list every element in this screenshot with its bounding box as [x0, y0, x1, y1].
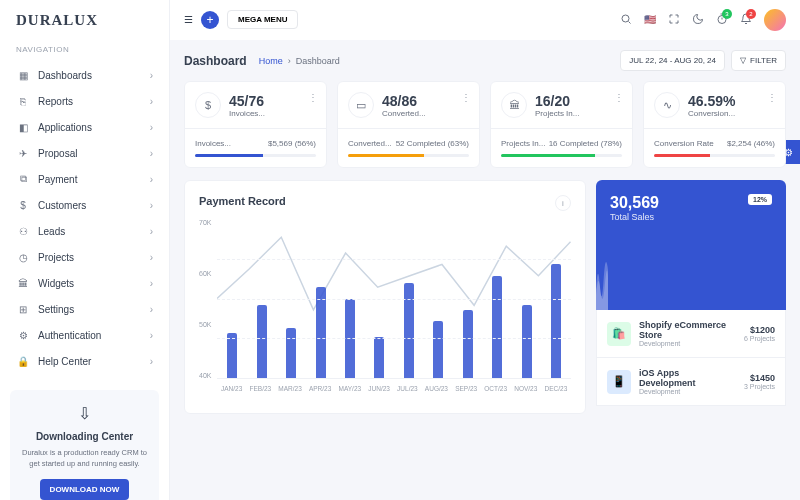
chevron-right-icon: ›: [150, 278, 153, 289]
nav-icon: ⚙: [16, 328, 30, 342]
sidebar-item-settings[interactable]: ⊞Settings›: [0, 296, 169, 322]
stat-label: Conversion...: [688, 109, 735, 118]
sales-label: Total Sales: [610, 212, 772, 222]
stat-label: Invoices...: [229, 109, 265, 118]
download-center: ⇩ Downloading Center Duralux is a produc…: [10, 390, 159, 500]
total-sales-card: 12% 30,569 Total Sales 🛍️Shopify eCommer…: [596, 180, 786, 414]
stat-label: Converted...: [382, 109, 426, 118]
chevron-right-icon: ›: [150, 96, 153, 107]
stat-value: 16/20: [535, 93, 579, 109]
chevron-right-icon: ›: [150, 304, 153, 315]
info-icon[interactable]: i: [555, 195, 571, 211]
sidebar-item-leads[interactable]: ⚇Leads›: [0, 218, 169, 244]
svg-point-0: [622, 15, 629, 22]
nav-icon: 🏛: [16, 276, 30, 290]
chevron-right-icon: ›: [150, 70, 153, 81]
sidebar-item-authentication[interactable]: ⚙Authentication›: [0, 322, 169, 348]
nav-icon: ⎘: [16, 94, 30, 108]
project-row-0[interactable]: 🛍️Shopify eCommerce StoreDevelopment$120…: [596, 310, 786, 358]
nav-icon: ◧: [16, 120, 30, 134]
bar: [463, 310, 473, 378]
chevron-right-icon: ›: [150, 148, 153, 159]
stat-value: 46.59%: [688, 93, 735, 109]
chevron-right-icon: ›: [150, 252, 153, 263]
timer-icon[interactable]: 3: [716, 13, 728, 27]
fullscreen-icon[interactable]: [668, 13, 680, 27]
chevron-right-icon: ›: [150, 356, 153, 367]
bar: [551, 264, 561, 378]
nav-icon: ✈: [16, 146, 30, 160]
nav-icon: $: [16, 198, 30, 212]
more-icon[interactable]: ⋮: [308, 92, 318, 103]
sidebar-item-applications[interactable]: ◧Applications›: [0, 114, 169, 140]
nav-section-title: NAVIGATION: [0, 45, 169, 62]
sales-pct-badge: 12%: [748, 194, 772, 205]
project-row-1[interactable]: 📱iOS Apps DevelopmentDevelopment$14503 P…: [596, 358, 786, 406]
chevron-right-icon: ›: [150, 200, 153, 211]
sidebar-item-help-center[interactable]: 🔒Help Center›: [0, 348, 169, 374]
bar: [316, 287, 326, 378]
topbar: ☰ + MEGA MENU 🇺🇸 3 2: [170, 0, 800, 40]
stat-value: 48/86: [382, 93, 426, 109]
bar: [433, 321, 443, 378]
sidebar-item-projects[interactable]: ◷Projects›: [0, 244, 169, 270]
date-range-button[interactable]: JUL 22, 24 - AUG 20, 24: [620, 50, 725, 71]
more-icon[interactable]: ⋮: [461, 92, 471, 103]
nav-icon: ◷: [16, 250, 30, 264]
add-button[interactable]: +: [201, 11, 219, 29]
bar: [492, 276, 502, 378]
download-title: Downloading Center: [20, 431, 149, 442]
stat-label: Projects In...: [535, 109, 579, 118]
sidebar-item-dashboards[interactable]: ▦Dashboards›: [0, 62, 169, 88]
theme-icon[interactable]: [692, 13, 704, 27]
sidebar-item-proposal[interactable]: ✈Proposal›: [0, 140, 169, 166]
stat-card-1: ⋮▭48/86Converted...Converted...52 Comple…: [337, 81, 480, 168]
flag-icon[interactable]: 🇺🇸: [644, 14, 656, 25]
bar: [374, 337, 384, 378]
nav-icon: ⧉: [16, 172, 30, 186]
payment-record-card: i Payment Record 70K60K50K40K JAN/23FEB/…: [184, 180, 586, 414]
download-icon: ⇩: [20, 404, 149, 423]
user-avatar[interactable]: [764, 9, 786, 31]
page-title: Dashboard: [184, 54, 247, 68]
bar: [404, 283, 414, 378]
stat-icon: ▭: [348, 92, 374, 118]
stat-icon: $: [195, 92, 221, 118]
nav-icon: ⚇: [16, 224, 30, 238]
chevron-right-icon: ›: [150, 226, 153, 237]
stat-card-2: ⋮🏛16/20Projects In...Projects In...16 Co…: [490, 81, 633, 168]
sidebar-item-reports[interactable]: ⎘Reports›: [0, 88, 169, 114]
stat-value: 45/76: [229, 93, 265, 109]
brand-logo: DURALUX: [0, 12, 169, 45]
bar: [522, 305, 532, 378]
sidebar-item-widgets[interactable]: 🏛Widgets›: [0, 270, 169, 296]
bar: [286, 328, 296, 378]
chart-title: Payment Record: [199, 195, 571, 207]
stat-card-0: ⋮$45/76Invoices...Invoices...$5,569 (56%…: [184, 81, 327, 168]
chevron-right-icon: ›: [150, 122, 153, 133]
nav-icon: 🔒: [16, 354, 30, 368]
chevron-right-icon: ›: [150, 330, 153, 341]
bar: [227, 333, 237, 378]
stat-icon: ∿: [654, 92, 680, 118]
bell-icon[interactable]: 2: [740, 13, 752, 27]
download-desc: Duralux is a production ready CRM to get…: [20, 448, 149, 469]
nav-icon: ▦: [16, 68, 30, 82]
filter-button[interactable]: ▽ FILTER: [731, 50, 786, 71]
bar: [257, 305, 267, 378]
breadcrumb: Home › Dashboard: [259, 56, 340, 66]
download-button[interactable]: DOWNLOAD NOW: [40, 479, 130, 500]
stat-icon: 🏛: [501, 92, 527, 118]
search-icon[interactable]: [620, 13, 632, 27]
nav-icon: ⊞: [16, 302, 30, 316]
project-icon: 🛍️: [607, 322, 631, 346]
more-icon[interactable]: ⋮: [614, 92, 624, 103]
chevron-right-icon: ›: [150, 174, 153, 185]
more-icon[interactable]: ⋮: [767, 92, 777, 103]
project-icon: 📱: [607, 370, 631, 394]
stat-card-3: ⋮∿46.59%Conversion...Conversion Rate$2,2…: [643, 81, 786, 168]
sidebar-item-customers[interactable]: $Customers›: [0, 192, 169, 218]
menu-toggle-icon[interactable]: ☰: [184, 14, 193, 25]
mega-menu-button[interactable]: MEGA MENU: [227, 10, 298, 29]
sidebar-item-payment[interactable]: ⧉Payment›: [0, 166, 169, 192]
